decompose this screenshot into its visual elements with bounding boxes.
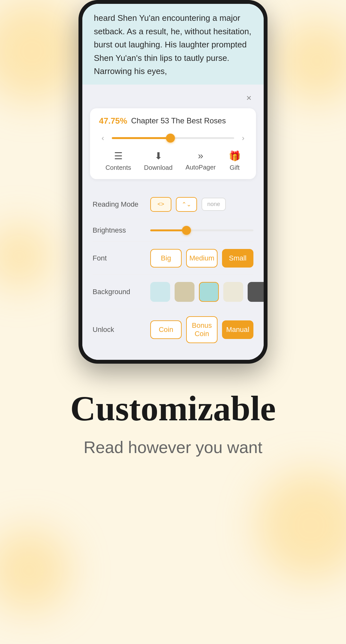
toolbar-autopager[interactable]: » AutoPager xyxy=(185,150,216,171)
close-button[interactable]: × xyxy=(242,91,256,105)
bg-swatch-blue[interactable] xyxy=(150,282,170,302)
unlock-manual-btn[interactable]: Manual xyxy=(222,320,253,339)
progress-header: 47.75% Chapter 53 The Best Roses xyxy=(99,116,247,126)
unlock-controls: Coin Bonus Coin Manual xyxy=(150,316,253,343)
chapter-title: Chapter 53 The Best Roses xyxy=(131,116,226,125)
unlock-label: Unlock xyxy=(93,326,144,334)
font-row: Font Big Medium Small xyxy=(93,242,253,275)
background-row: Background xyxy=(93,275,253,309)
reading-mode-label: Reading Mode xyxy=(93,200,144,209)
reading-mode-row: Reading Mode <> ⌃⌄ none xyxy=(93,190,253,219)
toolbar: ☰ Contents ⬇ Download » AutoPager 🎁 xyxy=(99,150,247,171)
contents-label: Contents xyxy=(105,164,131,171)
font-label: Font xyxy=(93,254,144,262)
autopager-label: AutoPager xyxy=(185,164,216,171)
toolbar-download[interactable]: ⬇ Download xyxy=(144,150,173,171)
chapter-slider-thumb[interactable] xyxy=(166,134,175,143)
phone-screen: heard Shen Yu'an encountering a major se… xyxy=(82,4,264,360)
phone-device: heard Shen Yu'an encountering a major se… xyxy=(78,0,268,364)
bg-swatch-dark[interactable] xyxy=(248,282,264,302)
progress-card: 47.75% Chapter 53 The Best Roses ‹ › xyxy=(90,108,256,179)
unlock-bonus-coin-btn[interactable]: Bonus Coin xyxy=(186,316,218,343)
background-blob-bl xyxy=(0,529,70,612)
code-icon: <> xyxy=(157,201,164,208)
brightness-label: Brightness xyxy=(93,226,144,235)
brightness-slider-track[interactable] xyxy=(150,229,253,231)
close-row: × xyxy=(90,91,256,105)
gift-label: Gift xyxy=(230,164,240,171)
download-icon: ⬇ xyxy=(154,150,162,161)
chapter-slider-track[interactable] xyxy=(112,137,234,139)
reading-mode-none-btn[interactable]: none xyxy=(202,198,226,211)
unlock-row: Unlock Coin Bonus Coin Manual xyxy=(93,309,253,350)
font-big-btn[interactable]: Big xyxy=(150,249,182,268)
bottom-section: Customizable Read however you want xyxy=(0,364,346,476)
settings-area: Reading Mode <> ⌃⌄ none xyxy=(90,187,256,350)
toolbar-contents[interactable]: ☰ Contents xyxy=(105,150,131,171)
progress-percent: 47.75% xyxy=(99,116,127,126)
reading-mode-scroll-btn[interactable]: ⌃⌄ xyxy=(176,197,197,212)
autopager-icon: » xyxy=(198,150,203,161)
brightness-slider-fill xyxy=(150,229,186,231)
contents-icon: ☰ xyxy=(114,150,123,161)
brightness-controls xyxy=(150,229,253,231)
bg-swatch-tan[interactable] xyxy=(175,282,194,302)
brightness-slider-thumb[interactable] xyxy=(182,226,191,235)
gift-icon: 🎁 xyxy=(229,150,241,161)
background-label: Background xyxy=(93,288,144,296)
scroll-icon: ⌃⌄ xyxy=(182,201,191,208)
bg-swatch-teal[interactable] xyxy=(199,282,219,302)
panel-overlay: × 47.75% Chapter 53 The Best Roses ‹ xyxy=(82,85,264,360)
toolbar-gift[interactable]: 🎁 Gift xyxy=(229,150,241,171)
customizable-title: Customizable xyxy=(19,389,327,428)
bg-swatch-cream[interactable] xyxy=(223,282,243,302)
brightness-row: Brightness xyxy=(93,219,253,242)
customizable-subtitle: Read however you want xyxy=(19,438,327,457)
chapter-slider-row: ‹ › xyxy=(99,132,247,144)
next-chapter-arrow[interactable]: › xyxy=(239,132,247,144)
font-controls: Big Medium Small xyxy=(150,249,253,268)
reading-mode-code-btn[interactable]: <> xyxy=(150,197,171,212)
reading-content: heard Shen Yu'an encountering a major se… xyxy=(82,4,264,85)
reading-mode-controls: <> ⌃⌄ none xyxy=(150,197,253,212)
background-controls xyxy=(150,282,264,302)
font-small-btn[interactable]: Small xyxy=(222,249,253,268)
chapter-slider-fill xyxy=(112,137,170,139)
unlock-coin-btn[interactable]: Coin xyxy=(150,320,182,339)
prev-chapter-arrow[interactable]: ‹ xyxy=(99,132,107,144)
reading-text: heard Shen Yu'an encountering a major se… xyxy=(94,13,251,76)
download-label: Download xyxy=(144,164,173,171)
background-blob-br xyxy=(256,471,346,580)
font-medium-btn[interactable]: Medium xyxy=(186,249,218,268)
